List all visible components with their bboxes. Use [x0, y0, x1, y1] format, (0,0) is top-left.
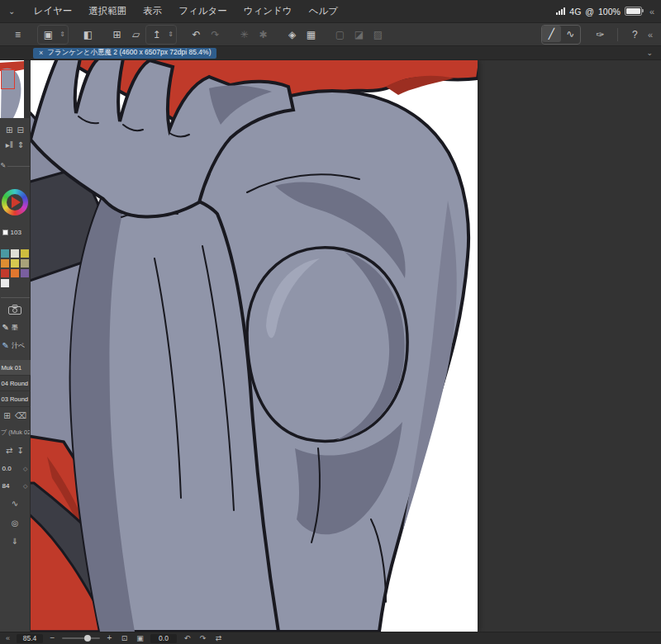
undo-icon[interactable]: ↶ — [187, 26, 206, 43]
navigator-thumbnail[interactable] — [0, 60, 31, 118]
color-swatch[interactable] — [1, 279, 9, 287]
brush-item[interactable]: 04 Round — [0, 376, 31, 391]
stepper-icon[interactable]: ◇ — [23, 466, 27, 472]
color-swatch[interactable] — [21, 259, 29, 268]
navigator-view-rect[interactable] — [1, 69, 15, 89]
delete-brush-icon[interactable]: ⌫ — [15, 412, 26, 420]
brush-size-value: 0.0 — [2, 465, 12, 472]
sidebar-divider: ✎ — [1, 163, 30, 169]
main-menu-icon[interactable]: ≡ — [8, 26, 27, 43]
brush-item-partial[interactable]: ブ (Muk 02 — [1, 429, 30, 437]
zoom-in-button[interactable]: + — [105, 634, 114, 642]
color-swatch[interactable] — [21, 269, 29, 277]
menu-layer[interactable]: レイヤー — [33, 5, 72, 17]
color-value-label: 103 — [11, 229, 21, 236]
stepper-icon[interactable]: ◇ — [23, 483, 27, 490]
object-tool-stepper-icon[interactable]: ⇕ — [58, 26, 67, 43]
color-swatch[interactable] — [21, 249, 29, 258]
close-tab-icon[interactable]: × — [39, 49, 43, 57]
rotate-cw-icon[interactable]: ↷ — [197, 635, 208, 642]
nav-zoom-out-icon[interactable]: ⊟ — [17, 126, 24, 135]
color-wheel[interactable] — [2, 189, 28, 215]
color-swatch[interactable] — [11, 249, 19, 258]
new-canvas-icon[interactable]: ⊞ — [107, 26, 126, 43]
battery-percent-label: 100% — [598, 7, 621, 17]
flip-canvas-icon[interactable]: ⇄ — [213, 635, 224, 642]
save-export-stepper-icon[interactable]: ⇕ — [166, 26, 175, 43]
redo-icon[interactable]: ↷ — [206, 26, 225, 43]
target-icon[interactable]: ◎ — [12, 519, 19, 528]
select-rect-icon[interactable]: ▢ — [330, 26, 350, 43]
rotate-ccw-icon[interactable]: ↶ — [182, 635, 193, 642]
color-swatch[interactable] — [11, 259, 19, 268]
open-file-icon[interactable]: ▱ — [126, 26, 145, 43]
subtool-pen[interactable]: ✎ 汁ペ — [0, 341, 31, 350]
collapse-bottombar-icon[interactable]: « — [6, 634, 10, 642]
menu-filter[interactable]: フィルター — [178, 5, 227, 17]
battery-icon — [625, 7, 642, 16]
object-tool-icon[interactable]: ▣ — [39, 26, 58, 43]
add-brush-icon[interactable]: ⊞ — [3, 412, 10, 420]
save-preset-icon[interactable]: ↧ — [17, 447, 24, 455]
menu-view[interactable]: 表示 — [143, 5, 162, 17]
pen-tool-icon[interactable]: ✑ — [591, 26, 610, 43]
property-buttons: ⇄ ↧ — [0, 447, 31, 455]
brush-item[interactable]: Muk 01 — [0, 360, 31, 376]
subtool-ink[interactable]: ✎ 墨 — [0, 323, 31, 332]
zoom-out-button[interactable]: − — [48, 634, 57, 642]
fill-tool-icon[interactable]: ◈ — [283, 26, 302, 43]
cellular-signal-icon — [556, 7, 565, 15]
download-icon[interactable]: ⇓ — [12, 537, 18, 546]
rotation-value-field[interactable]: 0.0 — [150, 634, 177, 643]
brush-opacity-field[interactable]: 84 ◇ — [0, 482, 31, 490]
tab-list-chevron-icon[interactable]: ⌄ — [646, 49, 653, 57]
select-hatch-icon[interactable]: ▨ — [369, 26, 388, 43]
menu-help[interactable]: ヘルプ — [309, 5, 338, 17]
navigator-buttons-row2: ▸‖ ⇕ — [0, 141, 31, 149]
canvas-tab[interactable]: × フランケンと小悪魔 2 (4600 x 6507px 72dpi 85.4%… — [33, 48, 216, 59]
color-swatch[interactable] — [1, 259, 9, 268]
nav-fit-icon[interactable]: ⇕ — [17, 141, 24, 149]
frame-tool-icon[interactable]: ▦ — [302, 26, 321, 43]
save-export-icon[interactable]: ↥ — [147, 26, 166, 43]
color-swatch[interactable] — [1, 249, 9, 258]
extra-row-2: ⇓ — [0, 537, 31, 546]
collapse-menubar-icon[interactable]: « — [649, 7, 654, 17]
chevron-down-icon[interactable]: ⌄ — [8, 7, 15, 16]
left-sidebar: ⊞ ⊟ ▸‖ ⇕ ✎ 103 — [0, 60, 31, 632]
tab-bar: × フランケンと小悪魔 2 (4600 x 6507px 72dpi 85.4%… — [0, 46, 661, 60]
menu-window[interactable]: ウィンドウ — [244, 5, 292, 17]
nav-flip-icon[interactable]: ▸‖ — [6, 141, 13, 149]
actual-size-icon[interactable]: ▣ — [135, 635, 145, 642]
zoom-slider-thumb[interactable] — [84, 635, 91, 642]
tab-title: フランケンと小悪魔 2 (4600 x 6507px 72dpi 85.4%) — [47, 48, 211, 58]
color-swatch[interactable] — [11, 269, 19, 277]
select-invert-icon[interactable]: ◪ — [350, 26, 369, 43]
pencil-icon[interactable]: ✎ — [1, 163, 7, 169]
canvas-area[interactable] — [31, 60, 661, 632]
foreground-color-chip[interactable] — [2, 230, 8, 235]
help-icon[interactable]: ? — [625, 26, 644, 43]
brush-size-field[interactable]: 0.0 ◇ — [0, 465, 31, 472]
network-label: 4G — [569, 7, 581, 17]
collapse-toolbar-icon[interactable]: « — [648, 30, 653, 40]
brush-opacity-value: 84 — [2, 482, 10, 490]
color-swatch[interactable] — [1, 269, 9, 277]
navigator-buttons-row1: ⊞ ⊟ — [0, 126, 31, 135]
stabilize-icon[interactable]: ∿ — [12, 500, 18, 508]
fit-screen-icon[interactable]: ⊡ — [119, 635, 130, 642]
line-tool-icon[interactable]: ╱ — [542, 26, 561, 42]
camera-icon[interactable] — [8, 305, 21, 315]
material-icon[interactable]: ✱ — [254, 26, 273, 43]
menu-selection[interactable]: 選択範囲 — [88, 5, 126, 17]
brush-list: Muk 01 04 Round 03 Round — [0, 360, 31, 407]
zoom-slider[interactable] — [62, 637, 100, 639]
swap-size-icon[interactable]: ⇄ — [6, 447, 12, 455]
gradient-tool-icon[interactable]: ◧ — [78, 26, 97, 43]
curve-tool-icon[interactable]: ∿ — [561, 26, 580, 42]
nav-zoom-in-icon[interactable]: ⊞ — [6, 126, 12, 135]
drawing-pen-icon: ✎ — [2, 342, 9, 350]
processing-icon[interactable]: ✳ — [235, 26, 254, 43]
brush-item[interactable]: 03 Round — [0, 391, 31, 407]
zoom-value-field[interactable]: 85.4 — [17, 634, 43, 643]
